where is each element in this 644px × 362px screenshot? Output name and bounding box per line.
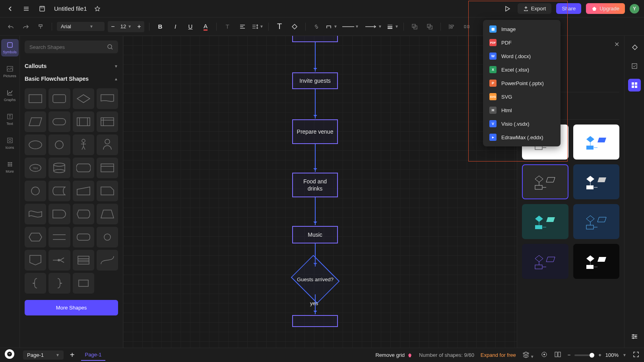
- export-pdf[interactable]: PDFPDF: [485, 36, 558, 49]
- shape-summing[interactable]: [48, 250, 70, 271]
- redo-button[interactable]: [20, 21, 32, 33]
- more-shapes-button[interactable]: More Shapes: [25, 300, 118, 315]
- shape-parallel[interactable]: [48, 227, 70, 247]
- send-back-button[interactable]: [424, 21, 436, 33]
- flow-node-music[interactable]: Music: [292, 226, 338, 243]
- shape-offpage[interactable]: [25, 250, 46, 271]
- shape-direct-data[interactable]: [73, 158, 94, 178]
- export-excel[interactable]: XExcel (.xlsx): [485, 63, 558, 76]
- arrow-2-3[interactable]: [315, 144, 316, 172]
- shape-note[interactable]: [73, 273, 94, 294]
- zoom-slider[interactable]: [574, 354, 594, 356]
- app-logo[interactable]: [5, 349, 14, 359]
- rail-text[interactable]: TText: [1, 111, 19, 128]
- expand-for-free[interactable]: Expand for free: [481, 352, 516, 358]
- rail-symbols[interactable]: Symbols: [1, 39, 19, 56]
- shape-curve[interactable]: [97, 250, 118, 271]
- export-word[interactable]: WWord (.docx): [485, 49, 558, 63]
- shape-display[interactable]: [73, 204, 94, 224]
- flow-node-6[interactable]: [292, 315, 338, 327]
- section-basic-flowchart[interactable]: Basic Flowchart Shapes▲: [25, 72, 118, 85]
- font-size-plus[interactable]: +: [134, 21, 144, 32]
- rail-icons[interactable]: Icons: [1, 134, 19, 152]
- menu-button[interactable]: [21, 3, 32, 14]
- theme-teal[interactable]: [522, 204, 568, 239]
- format-painter-button[interactable]: [35, 21, 47, 33]
- arrow-style-button[interactable]: ▼: [364, 21, 384, 33]
- line-spacing-button[interactable]: ▼: [252, 21, 264, 33]
- shape-hexagon[interactable]: [25, 227, 46, 247]
- shape-search-input[interactable]: [29, 44, 104, 50]
- rail-graphs[interactable]: Graphs: [1, 87, 19, 104]
- export-image[interactable]: ▦Image: [485, 22, 558, 36]
- fill-button[interactable]: [289, 21, 301, 33]
- line-style-button[interactable]: ▼: [341, 21, 361, 33]
- flow-node-prepare[interactable]: Prepare venue: [292, 119, 338, 144]
- distribute-button[interactable]: [461, 21, 473, 33]
- theme-outline-blue[interactable]: [573, 204, 620, 239]
- shape-card[interactable]: [97, 158, 118, 178]
- text-direction-button[interactable]: T: [221, 21, 233, 33]
- shape-tape[interactable]: [25, 204, 46, 224]
- zoom-in[interactable]: +: [598, 352, 601, 358]
- flow-node-invite[interactable]: Invite guests: [292, 72, 338, 89]
- export-html[interactable]: HHtml: [485, 103, 558, 117]
- page-tab-1[interactable]: Page-1: [81, 349, 106, 361]
- link-button[interactable]: [310, 21, 322, 33]
- shape-circle[interactable]: [48, 134, 70, 155]
- export-edrawmax[interactable]: ▸EdrawMax (.eddx): [485, 130, 558, 144]
- export-svg[interactable]: SVGSVG: [485, 90, 558, 103]
- shape-predefined[interactable]: [73, 111, 94, 132]
- save-icon[interactable]: [37, 3, 48, 14]
- font-size-minus[interactable]: −: [108, 21, 118, 32]
- rail-pictures[interactable]: Pictures: [1, 63, 19, 80]
- font-size-value[interactable]: 12▼: [118, 23, 134, 29]
- arrow-1-2[interactable]: [315, 89, 316, 119]
- shape-ellipse[interactable]: [25, 134, 46, 155]
- rail-more[interactable]: More: [1, 158, 19, 176]
- theme-navy[interactable]: [573, 164, 620, 199]
- fullscreen-button[interactable]: [633, 351, 639, 359]
- theme-blue-light[interactable]: [573, 125, 620, 160]
- arrow-0-1[interactable]: [315, 42, 316, 72]
- arrow-3-4[interactable]: [315, 197, 316, 225]
- filename[interactable]: Untitled file1: [54, 5, 87, 12]
- bring-front-button[interactable]: [409, 21, 421, 33]
- shape-brace-left[interactable]: [25, 273, 46, 294]
- text-tool-button[interactable]: T: [274, 21, 285, 33]
- undo-button[interactable]: [5, 21, 17, 33]
- fill-tool[interactable]: [628, 41, 641, 53]
- user-avatar[interactable]: Y: [630, 4, 639, 14]
- shape-annotation[interactable]: [73, 250, 94, 271]
- bold-button[interactable]: B: [154, 21, 166, 33]
- theme-purple[interactable]: [522, 244, 568, 279]
- shape-rounded-rect[interactable]: [48, 88, 70, 109]
- shape-trapezoid[interactable]: [97, 204, 118, 224]
- close-panel-button[interactable]: ✕: [614, 41, 619, 48]
- upgrade-button[interactable]: Upgrade: [586, 3, 625, 14]
- section-callouts[interactable]: Callouts▼: [25, 60, 118, 72]
- shape-connector-circle[interactable]: [25, 181, 46, 201]
- align-objects-button[interactable]: [446, 21, 458, 33]
- shape-user[interactable]: [97, 134, 118, 155]
- share-button[interactable]: Share: [556, 3, 581, 14]
- shape-card2[interactable]: [97, 181, 118, 201]
- add-page-button[interactable]: +: [70, 350, 75, 360]
- flow-node-food[interactable]: Food and drinks: [292, 173, 338, 197]
- zoom-value[interactable]: 100%: [605, 352, 619, 358]
- flow-node-guests-arrived[interactable]: Guests arrived?: [293, 263, 337, 295]
- theme-tool[interactable]: [628, 79, 641, 91]
- align-button[interactable]: [237, 21, 248, 33]
- shape-terminator[interactable]: [48, 111, 70, 132]
- replace-tool[interactable]: [628, 60, 641, 72]
- shape-delay[interactable]: [48, 204, 70, 224]
- shape-rounded2[interactable]: [73, 227, 94, 247]
- shape-manual-input[interactable]: [73, 181, 94, 201]
- page-selector[interactable]: Page-1▼: [23, 350, 64, 360]
- theme-mono[interactable]: [573, 244, 620, 279]
- theme-dark-selected[interactable]: [522, 164, 568, 199]
- export-powerpoint[interactable]: PPowerPoint (.pptx): [485, 76, 558, 90]
- shape-cylinder[interactable]: [48, 158, 70, 178]
- line-weight-button[interactable]: ▼: [387, 21, 399, 33]
- shape-rect[interactable]: [25, 88, 46, 109]
